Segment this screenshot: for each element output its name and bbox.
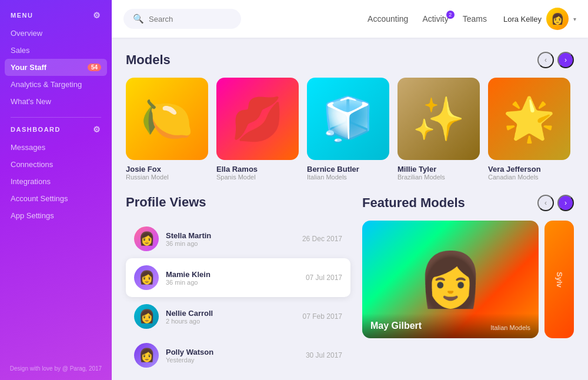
model-desc-josie: Russian Model [126, 174, 208, 181]
topnav-activity[interactable]: Activity 2 [422, 14, 448, 24]
profile-date-nellie: 07 Feb 2017 [303, 312, 342, 321]
sidebar-item-messages[interactable]: Messages [0, 139, 112, 156]
search-box[interactable]: 🔍 [123, 9, 241, 29]
profile-name-stella: Stella Martin [166, 231, 295, 240]
sidebar-footer: Design with love by @ Parag, 2017 [0, 365, 112, 372]
profile-time-mamie: 36 min ago [166, 279, 299, 286]
topnav-accounting[interactable]: Accounting [368, 14, 408, 24]
model-card-josie[interactable]: 🍋 Josie Fox Russian Model [126, 78, 208, 181]
profile-date-stella: 26 Dec 2017 [302, 235, 342, 243]
sidebar-item-sales[interactable]: Sales [0, 42, 112, 59]
model-img-ella: 💋 [216, 78, 299, 160]
profile-date-mamie: 07 Jul 2017 [306, 274, 342, 282]
model-card-ella[interactable]: 💋 Ella Ramos Spanis Model [216, 78, 299, 181]
profile-avatar-stella: 👩 [134, 226, 159, 251]
featured-card-overlay: May Gilbert Italian Models [362, 314, 539, 338]
model-name-josie: Josie Fox [126, 165, 208, 174]
main-content: 🔍 Accounting Activity 2 Teams Lora Kelle… [112, 0, 588, 380]
model-card-vera[interactable]: 🌟 Vera Jefferson Canadian Models [488, 78, 570, 181]
sidebar-item-app-settings[interactable]: App Settings [0, 207, 112, 224]
topnav: 🔍 Accounting Activity 2 Teams Lora Kelle… [112, 0, 588, 38]
user-avatar: 👩 [546, 8, 569, 30]
model-name-ella: Ella Ramos [216, 165, 299, 174]
featured-title: Featured Models [362, 195, 465, 211]
models-next-arrow[interactable]: › [557, 52, 574, 68]
profile-info-polly: Polly Watson Yesterday [166, 348, 299, 364]
profile-info-stella: Stella Martin 36 min ago [166, 231, 295, 247]
profile-time-stella: 36 min ago [166, 240, 295, 247]
dashboard-gear-icon[interactable]: ⚙ [93, 125, 102, 134]
profile-views-section: Profile Views 👩 Stella Martin 36 min ago… [126, 195, 350, 375]
model-desc-millie: Brazilian Models [397, 174, 480, 181]
profile-name-polly: Polly Watson [166, 348, 299, 356]
profile-list: 👩 Stella Martin 36 min ago 26 Dec 2017 👩… [126, 219, 350, 375]
profile-item-nellie[interactable]: 👩 Nellie Carroll 2 hours ago 07 Feb 2017 [126, 297, 350, 336]
user-area[interactable]: Lora Kelley 👩 ▾ [503, 8, 576, 30]
profile-info-mamie: Mamie Klein 36 min ago [166, 270, 299, 286]
sidebar-item-your-staff[interactable]: Your Staff 54 [5, 59, 107, 76]
featured-next-arrow[interactable]: › [557, 195, 574, 211]
models-nav-arrows: ‹ › [537, 52, 574, 68]
featured-card-main[interactable]: 👩 May Gilbert Italian Models [362, 221, 539, 338]
user-chevron-icon: ▾ [573, 16, 576, 22]
model-name-bernice: Bernice Butler [307, 165, 389, 174]
featured-main-name: May Gilbert [370, 321, 422, 331]
sidebar-item-integrations[interactable]: Integrations [0, 173, 112, 190]
profile-avatar-nellie: 👩 [134, 304, 159, 329]
profile-avatar-polly: 👩 [134, 343, 159, 368]
profile-item-mamie[interactable]: 👩 Mamie Klein 36 min ago 07 Jul 2017 [126, 258, 350, 297]
your-staff-badge: 54 [88, 64, 101, 71]
model-name-vera: Vera Jefferson [488, 165, 570, 174]
sidebar-item-analytics[interactable]: Analytics & Targeting [0, 76, 112, 93]
featured-card-secondary[interactable]: Sylv [544, 221, 574, 338]
model-img-vera: 🌟 [488, 78, 570, 160]
model-desc-bernice: Italian Models [307, 174, 389, 181]
profile-views-header: Profile Views [126, 195, 350, 210]
sidebar: MENU ⚙ Overview Sales Your Staff 54 Anal… [0, 0, 112, 380]
featured-main-type: Italian Models [490, 324, 530, 331]
model-desc-vera: Canadian Models [488, 174, 570, 181]
profile-avatar-mamie: 👩 [134, 265, 159, 290]
dashboard-section-label: DASHBOARD ⚙ [0, 125, 112, 134]
bottom-row: Profile Views 👩 Stella Martin 36 min ago… [126, 195, 574, 375]
profile-item-stella[interactable]: 👩 Stella Martin 36 min ago 26 Dec 2017 [126, 219, 350, 258]
sidebar-item-whats-new[interactable]: What's New [0, 93, 112, 110]
profile-item-polly[interactable]: 👩 Polly Watson Yesterday 30 Jul 2017 [126, 336, 350, 375]
menu-gear-icon[interactable]: ⚙ [93, 11, 102, 20]
model-card-bernice[interactable]: 🧊 Bernice Butler Italian Models [307, 78, 389, 181]
sidebar-item-overview[interactable]: Overview [0, 25, 112, 42]
featured-prev-arrow[interactable]: ‹ [537, 195, 554, 211]
model-desc-ella: Spanis Model [216, 174, 299, 181]
topnav-teams[interactable]: Teams [463, 14, 487, 24]
model-img-josie: 🍋 [126, 78, 208, 160]
featured-secondary-name: Sylv [555, 272, 564, 288]
profile-info-nellie: Nellie Carroll 2 hours ago [166, 309, 296, 325]
model-name-millie: Millie Tyler [397, 165, 480, 174]
featured-header: Featured Models ‹ › [362, 195, 574, 211]
models-prev-arrow[interactable]: ‹ [537, 52, 554, 68]
sidebar-item-account-settings[interactable]: Account Settings [0, 190, 112, 207]
model-img-bernice: 🧊 [307, 78, 389, 160]
models-title: Models [126, 52, 171, 68]
models-row: 🍋 Josie Fox Russian Model 💋 Ella Ramos S… [126, 78, 574, 181]
model-card-millie[interactable]: ✨ Millie Tyler Brazilian Models [397, 78, 480, 181]
menu-section-label: MENU ⚙ [0, 11, 112, 20]
profile-date-polly: 30 Jul 2017 [306, 351, 342, 359]
model-img-millie: ✨ [397, 78, 480, 160]
user-name: Lora Kelley [503, 15, 542, 24]
activity-badge: 2 [446, 11, 455, 19]
profile-time-nellie: 2 hours ago [166, 318, 296, 325]
search-icon: 🔍 [133, 14, 144, 24]
featured-section: Featured Models ‹ › 👩 May Gilbert Italia… [362, 195, 574, 375]
content-area: Models ‹ › 🍋 Josie Fox Russian Model 💋 E… [112, 38, 588, 380]
models-header: Models ‹ › [126, 52, 574, 68]
search-input[interactable] [149, 15, 231, 24]
profile-views-title: Profile Views [126, 195, 206, 210]
sidebar-item-connections[interactable]: Connections [0, 156, 112, 173]
featured-nav-arrows: ‹ › [537, 195, 574, 211]
profile-name-mamie: Mamie Klein [166, 270, 299, 279]
topnav-links: Accounting Activity 2 Teams [368, 14, 487, 24]
sidebar-divider [11, 117, 101, 118]
profile-name-nellie: Nellie Carroll [166, 309, 296, 318]
profile-time-polly: Yesterday [166, 356, 299, 364]
